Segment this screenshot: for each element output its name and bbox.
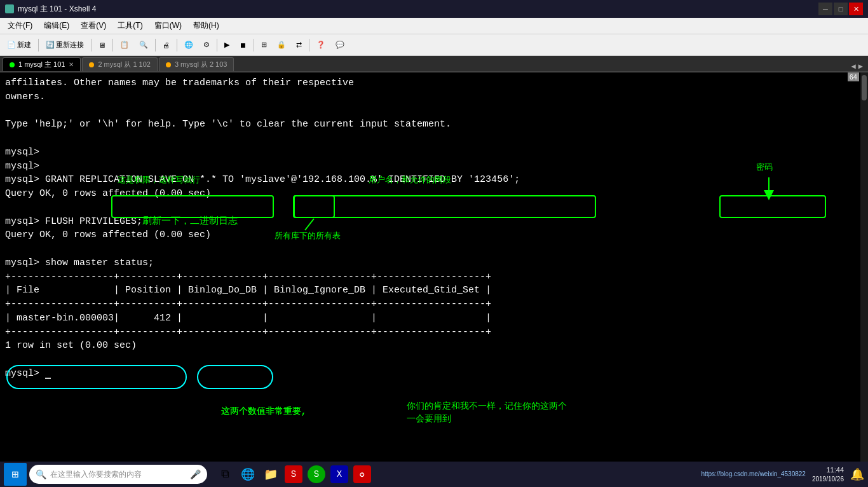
menu-file[interactable]: 文件(F) [3, 19, 37, 32]
taskbar-time: 11:44 2019/10/26 [812, 465, 844, 483]
close-button[interactable]: ✕ [849, 3, 863, 15]
notification-icon[interactable]: 🔔 [850, 467, 864, 481]
toolbar-btn-13[interactable]: ⇄ [292, 37, 306, 53]
search-icon: 🔍 [139, 41, 148, 49]
reconnect-button[interactable]: 🔄 重新连接 [41, 37, 88, 53]
terminal-line-5 [5, 132, 863, 146]
tab-scroll-arrows: ◀ ▶ [851, 62, 865, 71]
help-icon: ❓ [316, 41, 325, 49]
tab-status-dot-3 [166, 62, 171, 67]
title-bar: mysql 主 101 - Xshell 4 ─ □ ✕ [0, 0, 868, 18]
menu-edit[interactable]: 编辑(E) [39, 19, 74, 32]
app3-icon[interactable]: X [330, 465, 348, 483]
terminal-line-1: affiliates. Other names may be trademark… [5, 76, 863, 90]
task-view-button[interactable]: ⧉ [216, 465, 234, 483]
menu-tools[interactable]: 工具(T) [112, 19, 147, 32]
terminal-line-10 [5, 201, 863, 215]
microphone-icon: 🎤 [190, 469, 201, 479]
toolbar-separator-7 [254, 39, 254, 51]
window-title: mysql 主 101 - Xshell 4 [18, 4, 96, 15]
terminal-line-7: mysql> [5, 160, 863, 174]
toolbar-btn-9[interactable]: ▶ [220, 37, 234, 53]
tab-left-arrow[interactable]: ◀ [851, 62, 856, 71]
reconnect-icon: 🔄 [46, 41, 55, 49]
tab-label-2: 2 mysql 从 1 102 [98, 60, 151, 69]
toolbar-btn-15[interactable]: 💬 [331, 37, 349, 53]
grid-icon: ⊞ [261, 41, 267, 49]
tab-status-dot [10, 62, 15, 67]
menu-help[interactable]: 帮助(H) [188, 19, 224, 32]
terminal-line-15: +------------------+----------+---------… [5, 270, 863, 284]
copy-icon: 📋 [120, 41, 129, 49]
scrollbar-thumb[interactable] [862, 75, 867, 100]
toolbar-btn-14[interactable]: ❓ [312, 37, 330, 53]
terminal-line-4: Type 'help;' or '\h' for help. Type '\c'… [5, 118, 863, 132]
scrollbar[interactable] [860, 72, 868, 462]
bit-indicator: 64 [848, 72, 859, 81]
tab-label-3: 3 mysql 从 2 103 [175, 60, 227, 69]
taskbar-right: https://blog.csdn.me/weixin_4530822 11:4… [701, 465, 864, 483]
terminal-line-11: mysql> FLUSH PRIVILEGES;刷新一下，二进制日志 [5, 215, 863, 229]
toolbar-btn-3[interactable]: 🖥 [94, 37, 110, 53]
menu-view[interactable]: 查看(V) [76, 19, 111, 32]
terminal-line-20: 1 row in set (0.00 sec) [5, 339, 863, 353]
toolbar-btn-8[interactable]: ⚙ [199, 37, 214, 53]
terminal[interactable]: affiliates. Other names may be trademark… [0, 72, 868, 462]
taskbar-icons: ⧉ 🌐 📁 S S X ✪ [216, 465, 371, 483]
tab-right-arrow[interactable]: ▶ [858, 62, 863, 71]
app-icon [5, 4, 14, 13]
app1-icon[interactable]: S [285, 465, 302, 483]
settings-icon: ⚙ [203, 41, 210, 49]
terminal-line-13 [5, 242, 863, 256]
terminal-container[interactable]: affiliates. Other names may be trademark… [0, 72, 868, 462]
terminal-prompt: mysql> █ [5, 367, 863, 381]
toolbar-separator-6 [217, 39, 217, 51]
tab-mysql-slave1[interactable]: 2 mysql 从 1 102 [82, 57, 158, 71]
tab-close-button[interactable]: ✕ [69, 61, 74, 68]
new-icon: 📄 [7, 41, 16, 49]
stop-icon: ⏹ [240, 41, 247, 49]
tab-mysql-slave2[interactable]: 3 mysql 从 2 103 [159, 57, 234, 71]
maximize-button[interactable]: □ [834, 3, 848, 15]
menu-bar: 文件(F) 编辑(E) 查看(V) 工具(T) 窗口(W) 帮助(H) [0, 18, 868, 34]
print-icon: 🖨 [163, 41, 170, 49]
search-bar-text: 在这里输入你要搜索的内容 [50, 469, 142, 480]
terminal-line-9: Query OK, 0 rows affected (0.00 sec) [5, 187, 863, 201]
terminal-line-14: mysql> show master status; [5, 256, 863, 270]
start-button[interactable]: ⊞ [4, 463, 27, 486]
transfer-icon: ⇄ [296, 41, 302, 49]
toolbar-btn-11[interactable]: ⊞ [257, 37, 271, 53]
toolbar-btn-7[interactable]: 🌐 [180, 37, 198, 53]
terminal-line-21 [5, 353, 863, 367]
search-bar[interactable]: 🔍 在这里输入你要搜索的内容 🎤 [29, 465, 207, 484]
toolbar-btn-4[interactable]: 📋 [116, 37, 133, 53]
toolbar-separator-1 [38, 39, 39, 51]
terminal-line-19: +------------------+----------+---------… [5, 326, 863, 340]
tab-mysql-master[interactable]: 1 mysql 主 101 ✕ [3, 57, 81, 71]
toolbar-btn-12[interactable]: 🔒 [273, 37, 290, 53]
terminal-line-17: +------------------+----------+---------… [5, 298, 863, 312]
chat-icon: 💬 [336, 41, 344, 49]
app2-icon[interactable]: S [308, 465, 325, 483]
terminal-line-6: mysql> [5, 146, 863, 160]
toolbar-btn-10[interactable]: ⏹ [235, 37, 251, 53]
search-bar-icon: 🔍 [36, 469, 46, 479]
globe-icon: 🌐 [184, 41, 193, 49]
terminal-line-8: mysql> GRANT REPLICATION SLAVE ON *.* TO… [5, 173, 863, 187]
toolbar-btn-5[interactable]: 🔍 [135, 37, 153, 53]
terminal-line-12: Query OK, 0 rows affected (0.00 sec) [5, 228, 863, 242]
edge-icon[interactable]: 🌐 [239, 465, 257, 483]
minimize-button[interactable]: ─ [818, 3, 832, 15]
terminal-line-2: owners. [5, 90, 863, 104]
taskbar: ⊞ 🔍 在这里输入你要搜索的内容 🎤 ⧉ 🌐 📁 S S X ✪ https:/… [0, 462, 868, 487]
file-explorer-icon[interactable]: 📁 [262, 465, 280, 483]
terminal-line-18: | master-bin.000003| 412 | | | | [5, 312, 863, 326]
screen-icon: 🖥 [98, 41, 105, 49]
toolbar: 📄 新建 🔄 重新连接 🖥 📋 🔍 🖨 🌐 ⚙ ▶ ⏹ ⊞ 🔒 ⇄ ❓ 💬 [0, 34, 868, 56]
new-button[interactable]: 📄 新建 [3, 37, 36, 53]
toolbar-btn-6[interactable]: 🖨 [158, 37, 174, 53]
tabs-bar: 1 mysql 主 101 ✕ 2 mysql 从 1 102 3 mysql … [0, 56, 868, 72]
menu-window[interactable]: 窗口(W) [149, 19, 187, 32]
tab-label: 1 mysql 主 101 [18, 60, 65, 69]
app4-icon[interactable]: ✪ [353, 465, 371, 483]
